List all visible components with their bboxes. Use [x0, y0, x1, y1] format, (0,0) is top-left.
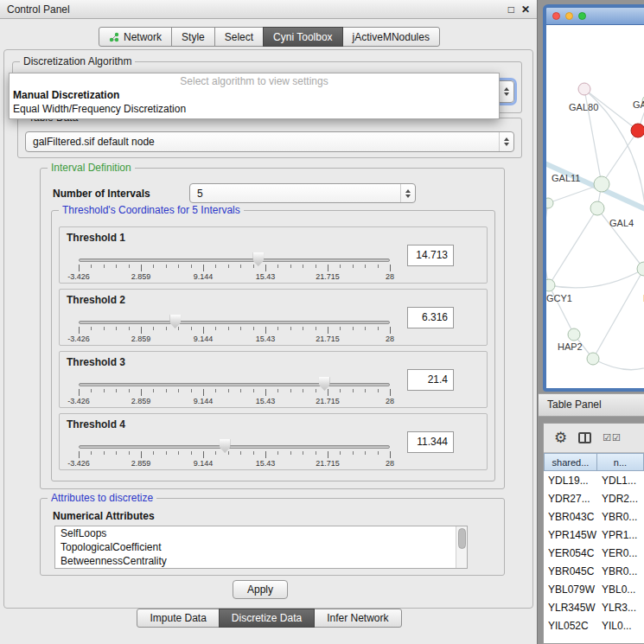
- tab-network[interactable]: Network: [99, 27, 172, 47]
- tick-mark: [253, 265, 254, 268]
- float-window-icon[interactable]: □: [508, 4, 514, 15]
- close-window-icon[interactable]: ✕: [521, 4, 530, 15]
- threshold-value-field[interactable]: 6.316: [407, 307, 454, 328]
- tab-cyni-toolbox[interactable]: Cyni Toolbox: [263, 27, 342, 47]
- tick-label: 2.859: [131, 335, 151, 343]
- table-panel-titlebar: Table Panel: [539, 393, 644, 417]
- dropdown-option-equal-width-frequency[interactable]: Equal Width/Frequency Discretization: [10, 102, 499, 116]
- network-node[interactable]: [546, 198, 553, 208]
- tab-label: jActiveMNodules: [353, 31, 430, 43]
- tick-mark: [378, 265, 379, 268]
- network-node[interactable]: [546, 279, 555, 291]
- tick-mark: [191, 389, 192, 392]
- scrollbar-thumb[interactable]: [458, 528, 466, 549]
- tick-mark: [104, 389, 105, 392]
- attribute-list-item[interactable]: BetweennessCentrality: [55, 554, 467, 568]
- attribute-list-item[interactable]: TopologicalCoefficient: [55, 540, 467, 554]
- column-header[interactable]: shared...: [544, 453, 597, 471]
- network-node[interactable]: [631, 124, 644, 137]
- slider-track[interactable]: [79, 258, 390, 262]
- slider-track[interactable]: [79, 445, 390, 449]
- dropdown-option-manual-discretization[interactable]: Manual Discretization: [10, 88, 499, 102]
- table-row[interactable]: YPR145WYPR1...: [544, 526, 644, 544]
- select-all-checkboxes-icon[interactable]: ☑☑: [603, 433, 622, 443]
- slider-ticks: [79, 327, 390, 334]
- zoom-traffic-light-icon[interactable]: [578, 12, 586, 20]
- window-title: Control Panel: [7, 3, 70, 16]
- tick-mark: [116, 265, 117, 268]
- apply-button[interactable]: Apply: [233, 580, 288, 599]
- network-node[interactable]: [578, 83, 590, 95]
- table-row[interactable]: YLR345WYLR3...: [544, 598, 644, 616]
- network-node[interactable]: [590, 201, 604, 215]
- minimize-traffic-light-icon[interactable]: [565, 12, 573, 20]
- table-row[interactable]: YBR043CYBR0...: [544, 507, 644, 526]
- column-header[interactable]: n...: [597, 453, 644, 471]
- tab-discretize-data[interactable]: Discretize Data: [219, 609, 315, 628]
- tab-jactivemodules[interactable]: jActiveMNodules: [342, 27, 440, 47]
- threshold-slider[interactable]: -3.4262.8599.14415.4321.71528: [79, 252, 390, 283]
- tab-select[interactable]: Select: [214, 27, 264, 47]
- network-node[interactable]: [637, 262, 644, 276]
- threshold-value-field[interactable]: 14.713: [407, 245, 454, 266]
- tab-infer-network[interactable]: Infer Network: [314, 609, 401, 628]
- tick-mark: [265, 265, 266, 271]
- list-scrollbar[interactable]: [456, 526, 467, 568]
- tick-mark: [240, 265, 241, 268]
- tick-mark: [365, 265, 366, 268]
- control-panel-titlebar: Control Panel □ ✕: [0, 0, 537, 19]
- tick-mark: [353, 389, 354, 392]
- threshold-value-field[interactable]: 11.344: [407, 431, 454, 453]
- attribute-list-item[interactable]: SelfLoops: [55, 526, 467, 540]
- node-label: GAL4: [609, 218, 634, 228]
- slider-ticks: [79, 389, 390, 396]
- tick-label: 15.43: [256, 272, 276, 281]
- slider-track[interactable]: [79, 383, 390, 386]
- threshold-slider[interactable]: -3.4262.8599.14415.4321.71528: [79, 314, 390, 345]
- table-row[interactable]: YBR045CYBR0...: [544, 562, 644, 580]
- network-edge: [549, 208, 597, 285]
- network-canvas[interactable]: GAL80GAGAL11GAL4GCY1HAP2H: [546, 25, 644, 388]
- network-node[interactable]: [594, 176, 609, 192]
- tick-mark: [104, 327, 105, 330]
- group-title: Attributes to discretize: [48, 492, 156, 504]
- columns-icon[interactable]: [578, 432, 591, 443]
- tick-mark: [328, 327, 328, 334]
- tab-style[interactable]: Style: [171, 27, 215, 47]
- tick-mark: [203, 327, 204, 334]
- network-window-titlebar[interactable]: [546, 8, 644, 25]
- slider-track[interactable]: [79, 321, 390, 324]
- tab-impute-data[interactable]: Impute Data: [137, 609, 219, 628]
- tick-label: -3.426: [67, 459, 90, 468]
- network-node[interactable]: [568, 328, 580, 341]
- settings-gear-icon[interactable]: ⚙: [554, 430, 567, 445]
- tick-mark: [91, 451, 92, 455]
- numerical-attributes-list[interactable]: SelfLoopsTopologicalCoefficientBetweenne…: [54, 526, 468, 569]
- table-row[interactable]: YDR27...YDR2...: [544, 489, 644, 507]
- numerical-attributes-label: Numerical Attributes: [53, 510, 155, 522]
- tick-mark: [378, 327, 379, 330]
- close-traffic-light-icon[interactable]: [552, 12, 560, 20]
- network-edge: [584, 89, 644, 269]
- tick-label: 28: [386, 335, 394, 343]
- table-row[interactable]: YDL19...YDL1...: [544, 471, 644, 489]
- table-row[interactable]: YBL079WYBL0...: [544, 580, 644, 598]
- table-row[interactable]: YIL052CYIL0...: [544, 616, 644, 634]
- tick-mark: [353, 265, 354, 268]
- threshold-slider[interactable]: -3.4262.8599.14415.4321.71528: [79, 438, 390, 469]
- tick-mark: [153, 327, 154, 330]
- tick-mark: [390, 389, 391, 396]
- table-row[interactable]: YER054CYER0...: [544, 544, 644, 562]
- network-graph: GAL80GAGAL11GAL4GCY1HAP2H: [546, 25, 644, 388]
- number-of-intervals-combobox[interactable]: 5: [189, 183, 416, 203]
- tick-mark: [91, 327, 92, 330]
- table-data-combobox[interactable]: galFiltered.sif default node: [25, 131, 514, 152]
- table-cell: YDL19...: [544, 475, 597, 487]
- threshold-value-field[interactable]: 21.4: [407, 369, 454, 391]
- network-node[interactable]: [587, 353, 599, 365]
- threshold-label: Threshold 4: [67, 418, 125, 430]
- threshold-slider[interactable]: -3.4262.8599.14415.4321.71528: [79, 376, 390, 407]
- tick-label: 15.43: [256, 335, 276, 343]
- tick-label: 21.715: [316, 397, 340, 405]
- table-panel-window: ⚙ ☑☑ shared...n... YDL19...YDL1...YDR27.…: [543, 423, 644, 644]
